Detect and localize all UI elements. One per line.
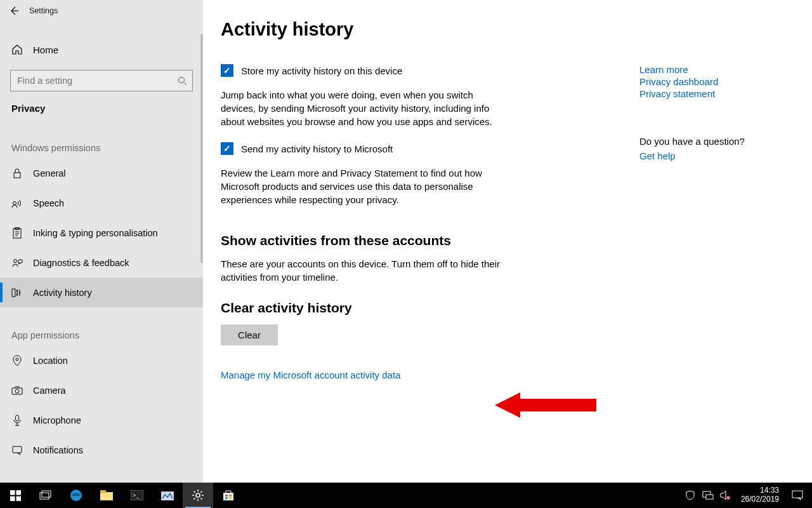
search-input[interactable]	[10, 70, 193, 91]
svg-rect-54	[229, 495, 232, 497]
tray-network-icon[interactable]	[700, 483, 716, 508]
svg-rect-31	[10, 490, 15, 495]
nav-label: Speech	[33, 198, 64, 208]
svg-rect-39	[100, 490, 106, 493]
action-center-button[interactable]	[787, 483, 808, 508]
checkbox-send-microsoft[interactable]: Send my activity history to Microsoft	[221, 142, 614, 155]
taskbar-clock[interactable]: 14:33 26/02/2019	[736, 486, 784, 504]
svg-point-25	[15, 389, 19, 393]
svg-marker-30	[495, 392, 596, 418]
link-get-help[interactable]: Get help	[639, 150, 794, 161]
taskbar-app[interactable]	[152, 483, 183, 508]
svg-rect-17	[12, 289, 15, 297]
svg-rect-52	[223, 493, 233, 500]
group-windows-permissions: Windows permissions	[0, 120, 203, 158]
nav-activity-history[interactable]: Activity history	[0, 277, 203, 307]
svg-point-19	[16, 290, 18, 291]
link-privacy-statement[interactable]: Privacy statement	[639, 88, 794, 99]
svg-point-23	[16, 358, 18, 361]
task-view-button[interactable]	[30, 483, 61, 508]
home-icon	[11, 44, 23, 55]
activity-icon	[11, 287, 23, 298]
svg-rect-53	[225, 495, 228, 497]
back-button[interactable]	[1, 0, 27, 22]
svg-rect-34	[16, 496, 21, 501]
camera-icon	[11, 385, 23, 396]
notifications-icon	[11, 444, 23, 456]
checkbox-store-activity[interactable]: Store my activity history on this device	[221, 64, 614, 77]
sidebar: Settings Home Privacy Windows permission…	[0, 0, 203, 483]
nav-label: Inking & typing personalisation	[33, 228, 158, 238]
svg-point-43	[196, 493, 200, 497]
taskbar-file-explorer[interactable]	[91, 483, 122, 508]
checkbox-icon	[221, 64, 233, 77]
nav-label: Notifications	[33, 445, 83, 455]
taskbar-settings[interactable]	[183, 483, 213, 508]
svg-rect-26	[16, 415, 19, 421]
start-button[interactable]	[0, 483, 30, 508]
manage-account-link[interactable]: Manage my Microsoft account activity dat…	[221, 370, 614, 380]
nav-home[interactable]: Home	[0, 34, 203, 65]
clock-date: 26/02/2019	[741, 495, 779, 504]
nav-label: Location	[33, 356, 68, 366]
link-learn-more[interactable]: Learn more	[639, 64, 794, 75]
microphone-icon	[11, 415, 23, 426]
svg-rect-35	[40, 493, 49, 499]
checkbox-label: Send my activity history to Microsoft	[241, 144, 393, 154]
svg-rect-32	[16, 490, 21, 495]
nav-label: Diagnostics & feedback	[33, 258, 129, 268]
link-privacy-dashboard[interactable]: Privacy dashboard	[639, 76, 794, 87]
section-privacy: Privacy	[0, 91, 203, 120]
svg-rect-33	[10, 496, 15, 501]
search-icon	[178, 76, 187, 86]
annotation-arrow-icon	[495, 392, 596, 418]
svg-line-51	[200, 491, 202, 493]
nav-general[interactable]: General	[0, 158, 203, 188]
svg-marker-59	[721, 491, 726, 500]
question-text: Do you have a question?	[639, 136, 794, 147]
nav-speech[interactable]: Speech	[0, 188, 203, 218]
tray-security-icon[interactable]	[683, 483, 698, 508]
lock-icon	[11, 168, 23, 179]
svg-line-48	[194, 491, 195, 493]
nav-home-label: Home	[33, 44, 58, 55]
svg-point-22	[19, 291, 20, 293]
taskbar-store[interactable]	[213, 483, 244, 508]
description-2: Review the Learn more and Privacy Statem…	[221, 166, 494, 206]
search-field[interactable]	[16, 75, 170, 86]
svg-rect-63	[792, 491, 802, 498]
nav-microphone[interactable]: Microphone	[0, 405, 203, 435]
svg-text:>_: >_	[133, 492, 140, 498]
page-title: Activity history	[221, 19, 794, 40]
nav-diagnostics[interactable]: Diagnostics & feedback	[0, 248, 203, 277]
svg-rect-58	[706, 495, 713, 499]
svg-point-20	[16, 293, 18, 295]
window-title: Settings	[29, 6, 58, 15]
nav-label: Activity history	[33, 288, 92, 298]
nav-label: Camera	[33, 385, 66, 396]
tray-volume-icon[interactable]	[718, 483, 733, 508]
clipboard-icon	[11, 227, 23, 239]
taskbar-edge[interactable]	[61, 483, 91, 508]
clear-button[interactable]: Clear	[221, 324, 278, 345]
taskbar-terminal[interactable]: >_	[122, 483, 152, 508]
content-area: Activity history Store my activity histo…	[203, 0, 812, 483]
description-1: Jump back into what you were doing, even…	[221, 88, 494, 128]
svg-point-9	[13, 201, 16, 204]
side-column: Learn more Privacy dashboard Privacy sta…	[639, 60, 794, 382]
clear-heading: Clear activity history	[221, 300, 614, 316]
svg-line-49	[200, 498, 202, 499]
svg-rect-36	[42, 491, 51, 497]
nav-notifications[interactable]: Notifications	[0, 435, 203, 465]
accounts-heading: Show activities from these accounts	[221, 233, 614, 248]
accounts-description: These are your accounts on this device. …	[221, 257, 506, 284]
clock-time: 14:33	[741, 486, 779, 495]
speech-icon	[11, 197, 23, 209]
svg-rect-8	[14, 173, 20, 178]
svg-line-50	[194, 498, 195, 499]
nav-camera[interactable]: Camera	[0, 375, 203, 405]
taskbar: >_ 14:33 26/02/2019	[0, 483, 812, 508]
nav-inking[interactable]: Inking & typing personalisation	[0, 218, 203, 248]
feedback-icon	[11, 257, 23, 269]
nav-location[interactable]: Location	[0, 345, 203, 375]
